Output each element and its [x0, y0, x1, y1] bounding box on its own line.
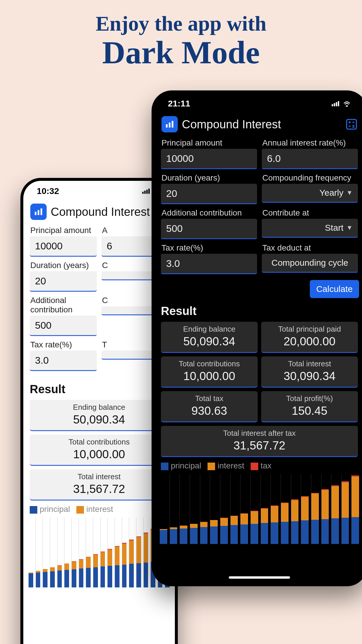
label-rate: Annual interest rate(%) — [262, 136, 358, 149]
status-icons — [332, 100, 351, 107]
legend-principal: principal — [40, 505, 70, 514]
chart-bar — [129, 517, 134, 587]
label-tax-at: Tax deduct at — [262, 242, 358, 254]
input-duration[interactable]: 20 — [161, 184, 257, 204]
phone-dark: 21:11 Compound Interest Principal amount… — [152, 90, 362, 586]
svg-rect-2 — [146, 190, 148, 194]
input-tax[interactable]: 3.0 — [30, 351, 97, 371]
rc-label: Total principal paid — [263, 325, 356, 334]
rc-value: 50,090.34 — [163, 335, 255, 348]
marketing-headline: Enjoy the app with Dark Mode — [0, 0, 362, 70]
swatch-interest — [76, 506, 84, 514]
result-grid-dark: Ending balance 50,090.34 Total principal… — [160, 322, 359, 457]
chart-bar — [86, 517, 91, 587]
calculator-toggle-icon[interactable] — [346, 118, 357, 130]
svg-rect-4 — [35, 212, 36, 215]
svg-rect-5 — [38, 210, 39, 215]
card-ending-balance: Ending balance 50,090.34 — [161, 322, 258, 353]
chevron-down-icon: ▼ — [346, 224, 353, 232]
select-tax-at[interactable]: Compounding cycle — [262, 254, 358, 273]
card-total-profit: Total profit(%) 150.45 — [261, 391, 358, 422]
chart-legend-light: principal interest — [29, 501, 170, 516]
headline-line1: Enjoy the app with — [0, 12, 362, 36]
rc-value: 930.63 — [163, 404, 255, 417]
home-indicator — [229, 576, 290, 579]
chart-bar — [250, 474, 258, 544]
rc-label: Total contributions — [32, 438, 166, 447]
calculate-button[interactable]: Calculate — [310, 280, 359, 298]
chart-bar — [107, 517, 112, 587]
chart-bar — [351, 474, 359, 544]
input-principal[interactable]: 10000 — [30, 236, 97, 257]
select-freq[interactable]: Yearly▼ — [262, 184, 358, 203]
rc-label: Total interest after tax — [163, 429, 356, 438]
rc-value: 30,090.34 — [263, 370, 356, 383]
chart-bar — [341, 474, 349, 544]
select-freq-value: Yearly — [319, 188, 343, 198]
rc-value: 31,567.72 — [32, 482, 166, 496]
app-icon — [30, 204, 47, 220]
card-interest-after-tax: Total interest after tax 31,567.72 — [161, 426, 358, 457]
svg-rect-1 — [144, 191, 146, 194]
chart-bar — [71, 517, 76, 587]
signal-icon — [142, 188, 150, 194]
chart-light — [29, 517, 170, 587]
chart-bar — [57, 517, 62, 587]
status-time: 21:11 — [168, 99, 190, 108]
select-contrib-at-value: Start — [325, 223, 343, 233]
card-total-interest: Total interest 30,090.34 — [261, 356, 358, 388]
chart-bar — [115, 517, 120, 587]
rc-value: 31,567.72 — [163, 439, 356, 452]
input-rate[interactable]: 6.0 — [262, 149, 358, 169]
rc-label: Ending balance — [32, 403, 166, 412]
card-total-tax: Total tax 930.63 — [161, 391, 258, 422]
label-duration: Duration (years) — [161, 172, 257, 184]
label-contrib: Additional contribution — [161, 206, 257, 219]
svg-rect-10 — [338, 101, 339, 106]
app-title: Compound Interest — [182, 118, 281, 131]
svg-rect-6 — [41, 209, 42, 215]
legend-principal: principal — [171, 461, 201, 470]
form-dark: Principal amount 10000 Annual interest r… — [160, 136, 359, 274]
label-contrib-at: Contribute at — [262, 206, 358, 219]
legend-interest: interest — [86, 505, 113, 514]
select-tax-at-value: Compounding cycle — [271, 258, 348, 268]
chart-bar — [301, 474, 309, 544]
svg-rect-7 — [332, 104, 333, 106]
rc-value: 50,090.34 — [32, 413, 166, 426]
rc-value: 10,000.00 — [32, 448, 166, 461]
svg-rect-13 — [172, 121, 173, 128]
card-total-interest-light: Total interest 31,567.72 — [30, 469, 168, 501]
swatch-principal — [30, 506, 37, 514]
svg-rect-8 — [334, 103, 335, 106]
chart-bar — [64, 517, 69, 587]
chart-bar — [240, 474, 248, 544]
rc-label: Total contributions — [163, 359, 255, 368]
bar-chart-icon — [165, 119, 175, 129]
app-bar-light: Compound Interest — [29, 201, 170, 224]
rc-value: 150.45 — [263, 404, 356, 417]
input-contrib[interactable]: 500 — [30, 316, 97, 336]
chart-bar — [261, 474, 268, 544]
input-duration[interactable]: 20 — [30, 271, 97, 292]
chart-bar — [180, 474, 187, 544]
svg-rect-0 — [142, 192, 144, 194]
chart-bar — [311, 474, 319, 544]
app-title: Compound Interest — [51, 205, 150, 218]
chart-bar — [36, 517, 41, 587]
chart-legend-dark: principal interest tax — [160, 457, 359, 472]
chart-bar — [200, 474, 208, 544]
svg-rect-12 — [169, 123, 171, 127]
select-contrib-at[interactable]: Start▼ — [262, 219, 358, 238]
chart-bar — [160, 474, 167, 544]
input-tax[interactable]: 3.0 — [161, 254, 257, 274]
rc-value: 10,000.00 — [163, 370, 255, 383]
rc-value: 20,000.00 — [263, 335, 356, 348]
svg-rect-11 — [166, 124, 168, 127]
input-contrib[interactable]: 500 — [161, 219, 257, 239]
legend-tax: tax — [261, 461, 271, 470]
rc-label: Ending balance — [163, 325, 255, 334]
wifi-icon — [343, 100, 351, 107]
rc-label: Total tax — [163, 394, 255, 403]
input-principal[interactable]: 10000 — [161, 149, 257, 169]
